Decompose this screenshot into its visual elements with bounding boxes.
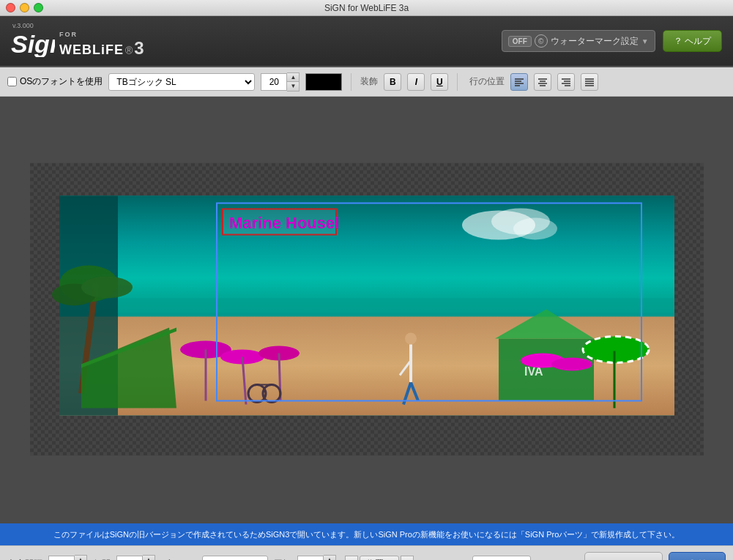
os-font-checkbox[interactable] (7, 77, 17, 86)
font-size-spinner: ▲ ▼ (287, 72, 299, 92)
copyright-icon: © (535, 34, 548, 48)
line-spacing-group: ▲ ▼ (116, 555, 155, 561)
align-label: 行の位置 (469, 75, 505, 88)
bottom-toolbar: 文字間隔 ▲ ▼ 行間 ▲ ▼ ブレンド 乗算 回転 ▲ ▼ ◀ 位置▼ ▶ エ… (0, 545, 733, 560)
font-size-group: ▲ ▼ (261, 72, 299, 92)
font-size-up[interactable]: ▲ (287, 73, 299, 82)
window-controls (6, 3, 43, 12)
ok-button[interactable]: ＯＫ (669, 552, 726, 561)
watermark-toggle[interactable]: OFF (508, 36, 532, 47)
logo-3: 3 (134, 38, 144, 59)
font-size-down[interactable]: ▼ (287, 82, 299, 91)
os-font-label: OSのフォントを使用 (20, 75, 103, 88)
logo-area: v.3.000 Sign FOR WEBLiFE ® 3 (11, 22, 179, 61)
position-nav: ◀ 位置▼ ▶ (345, 556, 414, 561)
watermark-group[interactable]: OFF © ウォーターマーク設定 ▼ (502, 30, 655, 52)
align-left-button[interactable] (510, 73, 528, 91)
watermark-dropdown-icon[interactable]: ▼ (641, 37, 649, 45)
underline-button[interactable]: U (431, 73, 448, 91)
rotation-group: ▲ ▼ (297, 555, 336, 561)
separator-1 (351, 73, 351, 91)
window-title: SiGN for WebLiFE 3a (324, 3, 409, 13)
decoration-label: 装飾 (360, 75, 378, 88)
char-spacing-up[interactable]: ▲ (75, 556, 86, 561)
header-right: OFF © ウォーターマーク設定 ▼ ？ ヘルプ (502, 30, 722, 52)
svg-point-56 (551, 357, 592, 370)
align-center-button[interactable] (534, 73, 551, 91)
position-button[interactable]: 位置▼ (360, 556, 399, 561)
svg-point-25 (513, 217, 557, 239)
cancel-button[interactable]: キャンセル (584, 552, 663, 561)
app-header: v.3.000 Sign FOR WEBLiFE ® 3 OFF © ウォーター… (0, 16, 733, 67)
help-button[interactable]: ？ ヘルプ (663, 30, 722, 52)
bold-button[interactable]: B (384, 73, 401, 91)
title-bar: SiGN for WebLiFE 3a (0, 0, 733, 16)
canvas-text[interactable]: Marine Housel (229, 213, 339, 231)
color-swatch[interactable] (305, 73, 342, 91)
os-font-group: OSのフォントを使用 (7, 75, 103, 88)
svg-point-32 (81, 276, 133, 298)
minimize-button[interactable] (20, 3, 29, 12)
separator-2 (457, 73, 458, 91)
effect-select[interactable]: 無し (472, 556, 531, 561)
font-select[interactable]: TBゴシック SL (108, 73, 255, 91)
align-justify-button[interactable] (581, 73, 598, 91)
font-toolbar: OSのフォントを使用 TBゴシック SL ▲ ▼ 装飾 B I U 行の位置 (0, 67, 733, 97)
line-spacing-spinner: ▲ ▼ (143, 555, 155, 561)
main-canvas-area: IVA Marine Housel (0, 97, 733, 523)
logo-main: Sign FOR WEBLiFE ® 3 (11, 29, 179, 61)
char-spacing-input[interactable] (48, 556, 75, 561)
svg-rect-22 (59, 195, 674, 313)
canvas-container: IVA Marine Housel (30, 163, 704, 458)
font-size-input[interactable] (261, 73, 287, 91)
blend-select[interactable]: 乗算 (202, 556, 268, 561)
logo-weblife-text: WEBLiFE (59, 42, 124, 58)
position-right-btn[interactable]: ▶ (401, 556, 414, 561)
rotation-up[interactable]: ▲ (324, 556, 335, 561)
svg-point-44 (405, 332, 417, 344)
char-spacing-spinner: ▲ ▼ (75, 555, 87, 561)
maximize-button[interactable] (34, 3, 43, 12)
logo-registered: ® (125, 45, 133, 56)
char-spacing-group: ▲ ▼ (48, 555, 87, 561)
position-left-btn[interactable]: ◀ (345, 556, 358, 561)
rotation-spinner: ▲ ▼ (324, 555, 336, 561)
version-label: v.3.000 (12, 22, 179, 29)
info-bar: このファイルはSiGNの旧バージョンで作成されているためSiGN3で開いています… (0, 523, 733, 545)
close-button[interactable] (6, 3, 15, 12)
line-spacing-up[interactable]: ▲ (143, 556, 155, 561)
watermark-label: ウォーターマーク設定 (551, 35, 639, 48)
info-message: このファイルはSiGNの旧バージョンで作成されているためSiGN3で開いています… (53, 529, 680, 540)
logo-for-text: FOR (59, 31, 78, 38)
beach-scene-svg: IVA Marine Housel (30, 163, 704, 455)
rotation-input[interactable] (297, 556, 324, 561)
svg-text:Sign: Sign (11, 30, 55, 57)
italic-button[interactable]: I (407, 73, 425, 91)
align-right-button[interactable] (557, 73, 575, 91)
logo-sign: Sign (11, 29, 55, 61)
line-spacing-input[interactable] (116, 556, 143, 561)
